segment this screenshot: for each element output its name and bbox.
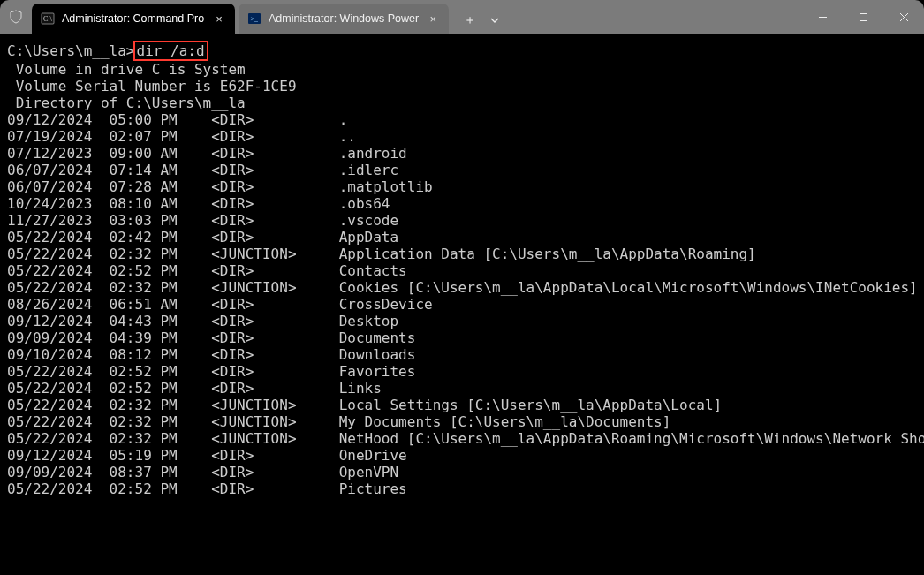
tab-cmd-label: Administrator: Command Pro <box>62 12 205 25</box>
close-button[interactable] <box>883 0 924 34</box>
tab-cmd[interactable]: C:\ Administrator: Command Pro × <box>32 4 235 34</box>
dir-entry: 10/24/2023 08:10 AM <DIR> .obs64 <box>7 195 917 212</box>
svg-text:>_: >_ <box>251 15 260 23</box>
prompt-path: C:\Users\m__la> <box>7 42 135 59</box>
powershell-icon: >_ <box>247 11 261 26</box>
new-tab-group: ＋ <box>456 4 505 34</box>
dir-entry: 11/27/2023 03:03 PM <DIR> .vscode <box>7 212 917 229</box>
dir-entry: 05/22/2024 02:42 PM <DIR> AppData <box>7 229 917 246</box>
dir-entry: 05/22/2024 02:32 PM <JUNCTION> Applicati… <box>7 246 917 262</box>
new-tab-button[interactable]: ＋ <box>456 7 484 34</box>
prompt-line: C:\Users\m__la>dir /a:d <box>7 41 917 61</box>
terminal-output[interactable]: C:\Users\m__la>dir /a:d Volume in drive … <box>0 34 924 575</box>
tab-powershell[interactable]: >_ Administrator: Windows Power × <box>239 4 449 34</box>
dir-entry: 05/22/2024 02:32 PM <JUNCTION> Local Set… <box>7 397 917 413</box>
dir-entry: 05/22/2024 02:52 PM <DIR> Favorites <box>7 363 917 380</box>
dir-entry: 06/07/2024 07:14 AM <DIR> .idlerc <box>7 162 917 178</box>
tab-powershell-close-icon[interactable]: × <box>426 11 440 26</box>
dir-entry: 05/22/2024 02:52 PM <DIR> Links <box>7 380 917 397</box>
maximize-button[interactable] <box>843 0 883 34</box>
titlebar: C:\ Administrator: Command Pro × >_ Admi… <box>0 0 924 34</box>
dir-entry: 08/26/2024 06:51 AM <DIR> CrossDevice <box>7 296 917 313</box>
dir-entry: 07/19/2024 02:07 PM <DIR> .. <box>7 128 917 145</box>
dir-entry: 09/12/2024 04:43 PM <DIR> Desktop <box>7 313 917 329</box>
uac-shield-icon <box>0 0 32 34</box>
header-line: Volume Serial Number is E62F-1CE9 <box>7 78 917 95</box>
header-line: Volume in drive C is System <box>7 61 917 78</box>
dir-entry: 09/12/2024 05:00 PM <DIR> . <box>7 111 917 128</box>
dir-entry: 09/09/2024 08:37 PM <DIR> OpenVPN <box>7 464 917 480</box>
minimize-button[interactable] <box>802 0 843 34</box>
new-tab-dropdown[interactable] <box>484 7 505 34</box>
dir-entry: 09/10/2024 08:12 PM <DIR> Downloads <box>7 346 917 363</box>
dir-entry: 05/22/2024 02:52 PM <DIR> Contacts <box>7 262 917 279</box>
dir-entry: 06/07/2024 07:28 AM <DIR> .matplotlib <box>7 178 917 195</box>
svg-rect-5 <box>860 13 867 20</box>
dir-entry: 05/22/2024 02:52 PM <DIR> Pictures <box>7 480 917 497</box>
dir-entry: 07/12/2023 09:00 AM <DIR> .android <box>7 145 917 162</box>
svg-text:C:\: C:\ <box>43 15 53 23</box>
tab-cmd-close-icon[interactable]: × <box>212 11 226 26</box>
dir-entry: 09/12/2024 05:19 PM <DIR> OneDrive <box>7 447 917 464</box>
header-line: Directory of C:\Users\m__la <box>7 95 917 111</box>
app-window: C:\ Administrator: Command Pro × >_ Admi… <box>0 0 924 575</box>
command-highlight: dir /a:d <box>133 41 208 61</box>
tabs-container: C:\ Administrator: Command Pro × >_ Admi… <box>32 0 505 34</box>
command-text: dir /a:d <box>137 42 205 59</box>
dir-entry: 05/22/2024 02:32 PM <JUNCTION> Cookies [… <box>7 279 917 296</box>
window-controls <box>802 0 924 34</box>
dir-entry: 09/09/2024 04:39 PM <DIR> Documents <box>7 329 917 346</box>
dir-entry: 05/22/2024 02:32 PM <JUNCTION> My Docume… <box>7 413 917 430</box>
dir-entry: 05/22/2024 02:32 PM <JUNCTION> NetHood [… <box>7 430 917 447</box>
cmd-icon: C:\ <box>41 11 55 26</box>
tab-powershell-label: Administrator: Windows Power <box>269 12 419 25</box>
